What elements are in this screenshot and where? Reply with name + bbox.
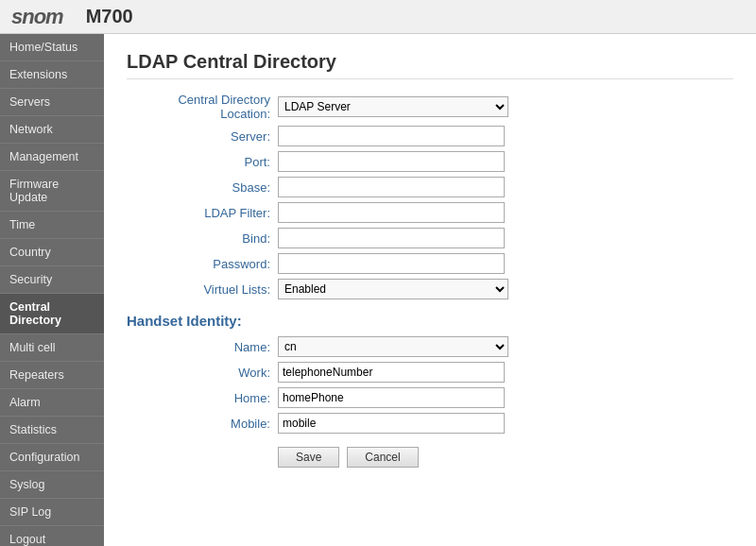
bind-input[interactable] [278, 228, 505, 248]
server-row: Server: [127, 126, 733, 146]
sidebar-item-firmware-update[interactable]: Firmware Update [0, 171, 104, 212]
virtual-lists-select[interactable]: EnabledDisabled [278, 279, 508, 299]
page-title: LDAP Central Directory [127, 51, 733, 79]
sidebar-item-central-directory[interactable]: Central Directory [0, 294, 104, 334]
ldap-filter-row: LDAP Filter: [127, 202, 733, 223]
ldap-form-section: Central Directory Location: LDAP ServerL… [127, 93, 733, 299]
logo: snom [11, 5, 63, 29]
port-input[interactable] [278, 151, 505, 172]
password-row: Password: [127, 253, 733, 274]
sidebar-item-country[interactable]: Country [0, 239, 104, 266]
home-row: Home: [127, 387, 733, 408]
sidebar-item-network[interactable]: Network [0, 116, 104, 144]
ldap-filter-label: LDAP Filter: [127, 206, 278, 220]
port-label: Port: [127, 155, 278, 169]
work-input[interactable] [278, 362, 505, 383]
bind-label: Bind: [127, 231, 278, 246]
ldap-filter-input[interactable] [278, 202, 505, 223]
sidebar-item-management[interactable]: Management [0, 144, 104, 171]
port-row: Port: [127, 151, 733, 172]
name-label: Name: [127, 340, 278, 354]
virtual-lists-label: Virtuel Lists: [127, 282, 278, 297]
password-label: Password: [127, 257, 278, 271]
header: snom M700 [0, 0, 756, 34]
mobile-label: Mobile: [127, 417, 278, 431]
sidebar-item-security[interactable]: Security [0, 266, 104, 294]
sidebar-item-multi-cell[interactable]: Multi cell [0, 334, 104, 362]
sidebar-item-alarm[interactable]: Alarm [0, 389, 104, 417]
mobile-input[interactable] [278, 413, 505, 434]
sbase-row: Sbase: [127, 177, 733, 197]
main-content: LDAP Central Directory Central Directory… [104, 34, 756, 546]
sidebar-item-configuration[interactable]: Configuration [0, 444, 104, 471]
sidebar-item-logout[interactable]: Logout [0, 526, 104, 546]
sidebar-item-sip-log[interactable]: SIP Log [0, 499, 104, 526]
name-select[interactable]: cnsngivenNamedisplayName [278, 336, 508, 357]
name-row: Name: cnsngivenNamedisplayName [127, 336, 733, 357]
sidebar-item-statistics[interactable]: Statistics [0, 417, 104, 444]
home-input[interactable] [278, 387, 505, 408]
sidebar-item-syslog[interactable]: Syslog [0, 471, 104, 499]
sbase-label: Sbase: [127, 180, 278, 195]
bind-row: Bind: [127, 228, 733, 248]
central-directory-location-label: Central Directory Location: [127, 93, 278, 121]
sidebar-item-home/status[interactable]: Home/Status [0, 34, 104, 61]
mobile-row: Mobile: [127, 413, 733, 434]
server-input[interactable] [278, 126, 505, 146]
model-title: M700 [86, 6, 133, 27]
server-label: Server: [127, 129, 278, 144]
central-directory-location-select[interactable]: LDAP ServerLocalNone [278, 96, 508, 117]
password-input[interactable] [278, 253, 505, 274]
sidebar-item-extensions[interactable]: Extensions [0, 61, 104, 89]
home-label: Home: [127, 391, 278, 405]
button-row: Save Cancel [278, 447, 733, 468]
sidebar-item-repeaters[interactable]: Repeaters [0, 362, 104, 389]
sidebar-item-servers[interactable]: Servers [0, 89, 104, 116]
virtual-lists-row: Virtuel Lists: EnabledDisabled [127, 279, 733, 299]
work-label: Work: [127, 366, 278, 380]
work-row: Work: [127, 362, 733, 383]
cancel-button[interactable]: Cancel [347, 447, 418, 468]
save-button[interactable]: Save [278, 447, 339, 468]
sbase-input[interactable] [278, 177, 505, 197]
sidebar: Home/StatusExtensionsServersNetworkManag… [0, 34, 104, 546]
handset-identity-section: Name: cnsngivenNamedisplayName Work: Hom… [127, 336, 733, 434]
layout: Home/StatusExtensionsServersNetworkManag… [0, 34, 756, 546]
central-directory-location-row: Central Directory Location: LDAP ServerL… [127, 93, 733, 121]
handset-identity-title: Handset Identity: [127, 313, 733, 329]
sidebar-item-time[interactable]: Time [0, 212, 104, 239]
